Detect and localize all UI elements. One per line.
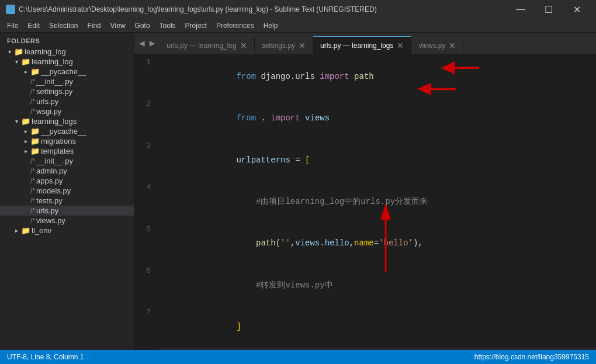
sidebar-item-learning_log_root[interactable]: 📁 learning_log bbox=[0, 47, 134, 57]
menu-help[interactable]: Help bbox=[259, 20, 283, 31]
app-icon bbox=[6, 5, 15, 14]
sidebar-item-urls-py-top[interactable]: /* urls.py bbox=[0, 96, 134, 106]
sidebar-item-urls-py-active[interactable]: /* urls.py bbox=[0, 206, 134, 216]
tabs-row: ◀ ▶ urls.py — learning_log ✕ settings.py… bbox=[134, 33, 596, 54]
file-prefix: /* bbox=[30, 88, 35, 96]
sidebar-item-tests-py[interactable]: /* tests.py bbox=[0, 196, 134, 206]
code-content bbox=[158, 348, 596, 350]
statusbar: UTF-8, Line 8, Column 1 https://blog.csd… bbox=[0, 350, 596, 364]
editor-wrapper: ◀ ▶ urls.py — learning_log ✕ settings.py… bbox=[134, 33, 596, 350]
code-content: from django.urls import path bbox=[158, 56, 596, 98]
sidebar-item-ll-env[interactable]: 📁 ll_env bbox=[0, 226, 134, 235]
menu-tools[interactable]: Tools bbox=[155, 20, 181, 31]
close-button[interactable]: ✕ bbox=[563, 0, 590, 19]
sidebar-item-label: admin.py bbox=[36, 167, 67, 175]
sidebar-item-label: templates bbox=[41, 147, 74, 155]
sidebar-item-label: __init__.py bbox=[36, 77, 73, 86]
code-table: 1 from django.urls import path 2 from . … bbox=[134, 56, 596, 350]
sidebar-item-init-py1[interactable]: /* __init__.py bbox=[0, 77, 134, 86]
arrow-icon bbox=[21, 68, 30, 75]
sidebar-item-wsgi-py[interactable]: /* wsgi.py bbox=[0, 106, 134, 116]
tab-close-icon[interactable]: ✕ bbox=[240, 41, 247, 50]
tab-settings[interactable]: settings.py ✕ bbox=[255, 36, 313, 54]
code-content: path('',views.hello,name='hello'), bbox=[158, 223, 596, 265]
tab-urls-learning_logs[interactable]: urls.py — learning_logs ✕ bbox=[313, 36, 411, 54]
sidebar-item-init-py2[interactable]: /* __init__.py bbox=[0, 156, 134, 166]
menu-project[interactable]: Project bbox=[181, 20, 212, 31]
folder-icon: 📁 bbox=[14, 47, 23, 56]
menu-edit[interactable]: Edit bbox=[23, 20, 44, 31]
tab-views[interactable]: views.py ✕ bbox=[411, 36, 463, 54]
sidebar-item-admin-py[interactable]: /* admin.py bbox=[0, 166, 134, 176]
arrow-icon bbox=[5, 48, 14, 55]
nav-right-icon[interactable]: ▶ bbox=[147, 37, 158, 49]
tab-label: urls.py — learning_logs bbox=[320, 41, 393, 50]
editor-content[interactable]: 1 from django.urls import path 2 from . … bbox=[134, 54, 596, 350]
arrow-icon bbox=[21, 138, 30, 144]
nav-left-icon[interactable]: ◀ bbox=[137, 37, 147, 49]
line-number: 3 bbox=[134, 140, 158, 181]
sidebar-item-learning_log_sub[interactable]: 📁 learning_log bbox=[0, 57, 134, 67]
file-prefix: /* bbox=[30, 98, 35, 106]
folder-icon: 📁 bbox=[21, 226, 30, 235]
sidebar-item-pycache1[interactable]: 📁 __pycache__ bbox=[0, 67, 134, 77]
sidebar-item-apps-py[interactable]: /* apps.py bbox=[0, 176, 134, 186]
line-number: 5 bbox=[134, 223, 158, 265]
tab-close-icon[interactable]: ✕ bbox=[299, 41, 306, 50]
sidebar-item-learning_logs_sub[interactable]: 📁 learning_logs bbox=[0, 116, 134, 126]
sidebar-item-pycache2[interactable]: 📁 __pycache__ bbox=[0, 126, 134, 136]
folder-icon: 📁 bbox=[21, 57, 30, 66]
file-prefix: /* bbox=[30, 78, 35, 86]
sidebar-item-label: __pycache__ bbox=[41, 127, 86, 136]
menubar: File Edit Selection Find View Goto Tools… bbox=[0, 19, 596, 33]
code-line-4: 4 #由项目learning_log中的urls.py分发而来 bbox=[134, 181, 596, 223]
sidebar-item-label: learning_logs bbox=[32, 117, 77, 126]
sidebar-item-label: migrations bbox=[41, 137, 76, 145]
sidebar-item-views-py[interactable]: /* views.py bbox=[0, 216, 134, 226]
maximize-button[interactable]: ☐ bbox=[535, 0, 562, 19]
titlebar-buttons: — ☐ ✕ bbox=[507, 0, 590, 19]
sidebar-item-label: apps.py bbox=[36, 176, 63, 185]
file-prefix: /* bbox=[30, 187, 35, 195]
folder-icon: 📁 bbox=[30, 67, 40, 76]
titlebar-text: C:\Users\Administrator\Desktop\learning_… bbox=[19, 5, 507, 13]
file-prefix: /* bbox=[30, 177, 35, 185]
minimize-button[interactable]: — bbox=[507, 0, 534, 19]
sidebar-header: FOLDERS bbox=[0, 33, 134, 47]
menu-goto[interactable]: Goto bbox=[130, 20, 155, 31]
code-line-7: 7 ] bbox=[134, 306, 596, 348]
tab-label: settings.py bbox=[262, 41, 295, 50]
file-prefix: /* bbox=[30, 197, 35, 205]
titlebar: C:\Users\Administrator\Desktop\learning_… bbox=[0, 0, 596, 19]
folder-icon: 📁 bbox=[30, 147, 40, 155]
tab-urls-learning_log[interactable]: urls.py — learning_log ✕ bbox=[160, 36, 254, 54]
folder-icon: 📁 bbox=[30, 137, 40, 145]
tab-close-icon[interactable]: ✕ bbox=[397, 41, 404, 50]
file-prefix: /* bbox=[30, 207, 35, 215]
line-number: 1 bbox=[134, 56, 158, 98]
sidebar-item-models-py[interactable]: /* models.py bbox=[0, 186, 134, 196]
sidebar-item-settings-py[interactable]: /* settings.py bbox=[0, 86, 134, 96]
folder-icon: 📁 bbox=[30, 127, 40, 136]
arrow-icon bbox=[12, 118, 21, 124]
tab-label: urls.py — learning_log bbox=[167, 41, 236, 50]
menu-view[interactable]: View bbox=[106, 20, 130, 31]
menu-selection[interactable]: Selection bbox=[44, 20, 82, 31]
arrow-icon bbox=[21, 148, 30, 154]
tab-close-icon[interactable]: ✕ bbox=[449, 41, 456, 50]
sidebar-item-label: models.py bbox=[36, 186, 71, 195]
line-number: 2 bbox=[134, 98, 158, 139]
line-number: 6 bbox=[134, 265, 158, 306]
code-content: urlpatterns = [ bbox=[158, 140, 596, 181]
sidebar-item-label: __pycache__ bbox=[41, 67, 86, 76]
sidebar-item-migrations[interactable]: 📁 migrations bbox=[0, 136, 134, 146]
sidebar-item-label: urls.py bbox=[36, 97, 58, 106]
sidebar-item-label: __init__.py bbox=[36, 157, 73, 165]
menu-find[interactable]: Find bbox=[82, 20, 105, 31]
line-number: 7 bbox=[134, 306, 158, 348]
arrow-icon bbox=[12, 58, 21, 65]
code-content: from . import views bbox=[158, 98, 596, 139]
menu-file[interactable]: File bbox=[2, 20, 23, 31]
sidebar-item-templates[interactable]: 📁 templates bbox=[0, 146, 134, 156]
menu-preferences[interactable]: Preferences bbox=[212, 20, 259, 31]
